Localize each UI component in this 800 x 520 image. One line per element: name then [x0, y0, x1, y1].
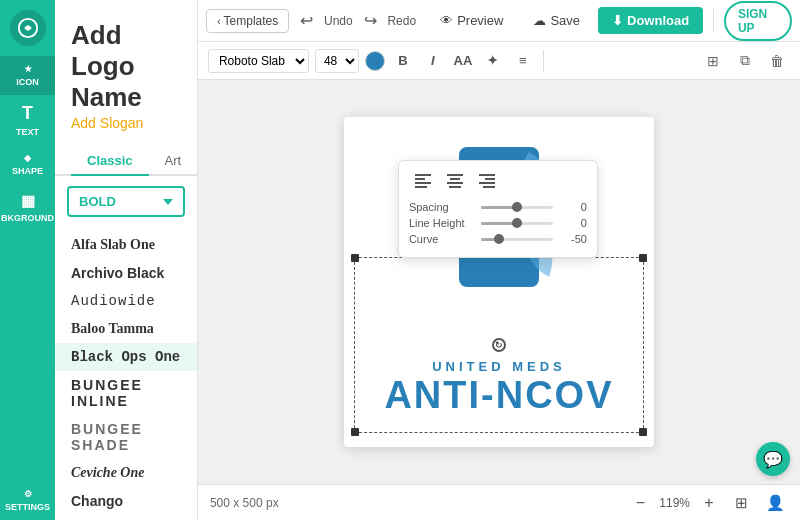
list-item[interactable]: Baloo Tamma	[55, 315, 197, 343]
zoom-in-button[interactable]: +	[698, 492, 720, 514]
canvas-size-label: 500 x 500 px	[210, 496, 279, 510]
save-icon: ☁	[533, 13, 546, 28]
slogan-text[interactable]: Add Slogan	[71, 115, 181, 131]
tab-art[interactable]: Art	[149, 147, 198, 176]
svg-rect-3	[415, 182, 431, 184]
effect-button[interactable]: ✦	[481, 49, 505, 73]
preview-button[interactable]: 👁 Preview	[428, 9, 515, 32]
color-picker[interactable]	[365, 51, 385, 71]
list-item[interactable]: Ceviche One	[55, 459, 197, 487]
svg-rect-1	[415, 174, 431, 176]
list-item[interactable]: BUNGEE SHADE	[55, 415, 197, 459]
list-item[interactable]: Chewy	[55, 515, 197, 520]
sidebar-item-bg-label: BKGROUND	[1, 213, 54, 223]
undo-label: Undo	[324, 14, 353, 28]
handle-top-left[interactable]	[351, 254, 359, 262]
layers-button[interactable]: ⊞	[700, 48, 726, 74]
canvas-text-area[interactable]: UNITED MEDS ANTI-NCOV	[359, 359, 639, 417]
line-height-value: 0	[559, 217, 587, 229]
spacing-button[interactable]: ≡	[511, 49, 535, 73]
sidebar-item-text-label: TEXT	[16, 127, 39, 137]
list-item[interactable]: Archivo Black	[55, 259, 197, 287]
rotate-handle[interactable]: ↻	[492, 338, 506, 352]
panel-header: Add Logo Name Add Slogan	[55, 0, 197, 139]
handle-bottom-right[interactable]	[639, 428, 647, 436]
settings-icon: ⚙	[24, 489, 32, 499]
tab-classic[interactable]: Classic	[71, 147, 149, 176]
icon-icon: ★	[24, 64, 32, 74]
save-button[interactable]: ☁ Save	[521, 9, 592, 32]
download-icon: ⬇	[612, 13, 623, 28]
sidebar-item-background[interactable]: ▦ BKGROUND	[0, 184, 55, 231]
list-item[interactable]: Alfa Slab One	[55, 231, 197, 259]
redo-icon: ↪	[364, 11, 377, 30]
templates-button[interactable]: ‹ Templates	[206, 9, 289, 33]
chat-bubble[interactable]: 💬	[756, 442, 790, 476]
grid-button[interactable]: ⊞	[728, 490, 754, 516]
shape-icon: ◆	[24, 153, 31, 163]
preview-label: Preview	[457, 13, 503, 28]
align-right-button[interactable]	[473, 169, 501, 193]
svg-rect-5	[447, 174, 463, 176]
list-item[interactable]: BUNGEE INLINE	[55, 371, 197, 415]
anti-ncov-text: ANTI-NCOV	[359, 374, 639, 417]
svg-rect-2	[415, 178, 425, 180]
font-size-select[interactable]: 48	[315, 49, 359, 73]
save-label: Save	[550, 13, 580, 28]
bold-button[interactable]: B	[391, 49, 415, 73]
spacing-slider-row: Spacing 0	[409, 201, 587, 213]
download-button[interactable]: ⬇ Download	[598, 7, 703, 34]
templates-label: Templates	[224, 14, 279, 28]
sidebar-item-icon-label: ICON	[16, 77, 39, 87]
delete-button[interactable]: 🗑	[764, 48, 790, 74]
undo-icon: ↩	[300, 11, 313, 30]
handle-bottom-left[interactable]	[351, 428, 359, 436]
italic-button[interactable]: I	[421, 49, 445, 73]
grid-icon: ⊞	[735, 494, 748, 512]
layers-icon: ⊞	[707, 53, 719, 69]
list-item[interactable]: Chango	[55, 487, 197, 515]
main-area: ‹ Templates ↩ Undo ↪ Redo 👁 Preview ☁ Sa…	[198, 0, 800, 520]
zoom-out-button[interactable]: −	[629, 492, 651, 514]
zoom-value: 119%	[659, 496, 690, 510]
sidebar-item-settings[interactable]: ⚙ SETTINGS	[0, 481, 55, 520]
list-item-black-ops-one[interactable]: Black Ops One	[55, 343, 197, 371]
spacing-slider[interactable]	[481, 206, 553, 209]
delete-icon: 🗑	[770, 53, 784, 69]
signup-button[interactable]: SIGN UP	[724, 1, 792, 41]
sidebar-item-icon[interactable]: ★ ICON	[0, 56, 55, 95]
font-name-select[interactable]: Roboto Slab	[208, 49, 309, 73]
sidebar-item-text[interactable]: T TEXT	[0, 95, 55, 145]
spacing-label: Spacing	[409, 201, 475, 213]
line-height-slider-row: Line Height 0	[409, 217, 587, 229]
format-toolbar: Roboto Slab 48 B I AA ✦ ≡ ⊞ ⧉ 🗑	[198, 42, 800, 80]
user-button[interactable]: 👤	[762, 490, 788, 516]
app-logo[interactable]	[10, 10, 46, 46]
sidebar-item-settings-label: SETTINGS	[5, 502, 50, 512]
redo-button[interactable]: ↪	[359, 7, 382, 35]
background-icon: ▦	[21, 192, 35, 210]
curve-slider[interactable]	[481, 238, 553, 241]
handle-top-right[interactable]	[639, 254, 647, 262]
font-filter-row: BOLD	[55, 176, 197, 227]
svg-rect-12	[483, 186, 495, 188]
font-filter-select[interactable]: BOLD	[67, 186, 185, 217]
align-center-button[interactable]	[441, 169, 469, 193]
align-left-button[interactable]	[409, 169, 437, 193]
curve-label: Curve	[409, 233, 475, 245]
left-panel: Add Logo Name Add Slogan Classic Art BOL…	[55, 0, 198, 520]
list-item[interactable]: Audiowide	[55, 287, 197, 315]
sidebar-item-shape[interactable]: ◆ SHAPE	[0, 145, 55, 184]
undo-button[interactable]: ↩	[295, 7, 318, 35]
caps-button[interactable]: AA	[451, 49, 475, 73]
top-toolbar: ‹ Templates ↩ Undo ↪ Redo 👁 Preview ☁ Sa…	[198, 0, 800, 42]
spacing-value: 0	[559, 201, 587, 213]
line-height-slider[interactable]	[481, 222, 553, 225]
svg-rect-7	[447, 182, 463, 184]
svg-rect-6	[450, 178, 460, 180]
duplicate-button[interactable]: ⧉	[732, 48, 758, 74]
align-row	[409, 169, 587, 193]
canvas-area: Spacing 0 Line Height 0 Curve	[198, 80, 800, 484]
united-meds-text: UNITED MEDS	[359, 359, 639, 374]
rotate-icon: ↻	[495, 340, 503, 350]
